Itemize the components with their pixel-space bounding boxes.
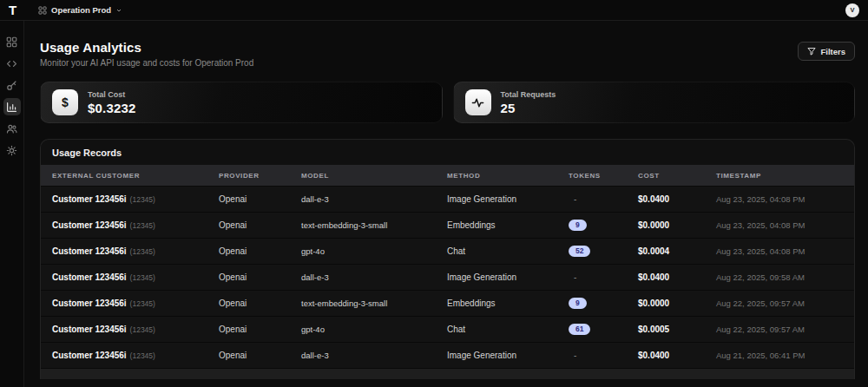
usage-records-panel: Usage Records External Customer Provider… — [40, 139, 855, 379]
page-subtitle: Monitor your AI API usage and costs for … — [40, 58, 253, 68]
total-requests-card: Total Requests 25 — [453, 82, 856, 123]
table-body: Customer 123456i(12345) Openai dall-e-3 … — [41, 186, 854, 368]
code-icon — [6, 58, 17, 69]
app-logo: T — [9, 3, 26, 16]
provider-cell: Openai — [219, 246, 301, 256]
chevron-down-icon — [115, 7, 122, 14]
method-cell: Image Generation — [447, 194, 569, 204]
customer-cell: Customer 123456i(12345) — [52, 272, 219, 282]
tokens-cell: - — [569, 272, 638, 282]
method-cell: Chat — [447, 246, 569, 256]
page-header: Usage Analytics Monitor your AI API usag… — [40, 40, 855, 68]
model-cell: dall-e-3 — [301, 272, 447, 282]
cost-cell: $0.0004 — [638, 246, 716, 256]
org-grid-icon — [38, 6, 47, 15]
stat-label: Total Requests — [501, 90, 556, 99]
provider-cell: Openai — [219, 325, 301, 334]
table-row[interactable]: Customer 123456i(12345) Openai dall-e-3 … — [41, 264, 854, 290]
topbar: T Operation Prod V — [0, 0, 868, 21]
table-header-row: External Customer Provider Model Method … — [41, 165, 854, 186]
dollar-icon: $ — [52, 89, 78, 115]
bar-chart-icon — [6, 102, 17, 113]
model-cell: gpt-4o — [301, 246, 447, 256]
table-row[interactable]: Customer 123456i(12345) Openai gpt-4o Ch… — [41, 316, 854, 342]
tokens-badge: 61 — [569, 324, 590, 336]
cost-cell: $0.0400 — [638, 351, 716, 360]
activity-icon — [465, 89, 491, 115]
provider-cell: Openai — [219, 298, 301, 308]
customer-cell: Customer 123456i(12345) — [52, 325, 219, 334]
sidebar — [0, 21, 24, 387]
timestamp-cell: Aug 22, 2025, 09:57 AM — [716, 325, 843, 334]
key-icon — [6, 80, 17, 91]
cost-cell: $0.0400 — [638, 194, 716, 204]
table-row[interactable]: Customer 123456i(12345) Openai dall-e-3 … — [41, 186, 854, 212]
model-cell: gpt-4o — [301, 325, 447, 334]
method-cell: Chat — [447, 325, 569, 334]
tokens-badge: 9 — [569, 298, 587, 310]
sidebar-item-analytics[interactable] — [3, 98, 21, 115]
tokens-badge: 9 — [569, 220, 587, 232]
method-cell: Embeddings — [447, 298, 569, 308]
filters-button[interactable]: Filters — [798, 42, 855, 61]
table-row[interactable]: Customer 123456i(12345) Openai dall-e-3 … — [41, 342, 854, 368]
timestamp-cell: Aug 22, 2025, 09:57 AM — [716, 298, 843, 308]
tokens-cell: - — [569, 194, 638, 204]
cost-cell: $0.0000 — [638, 298, 716, 308]
stat-label: Total Cost — [88, 90, 136, 99]
panel-title: Usage Records — [41, 140, 854, 165]
col-provider: Provider — [219, 172, 301, 180]
stat-cards: $ Total Cost $0.3232 Total Requests 25 — [40, 82, 855, 123]
tokens-cell: 9 — [569, 298, 638, 310]
user-avatar[interactable]: V — [845, 3, 859, 17]
customer-cell: Customer 123456i(12345) — [52, 220, 219, 230]
main-content: Usage Analytics Monitor your AI API usag… — [24, 21, 868, 387]
stat-value: 25 — [501, 101, 556, 115]
cost-cell: $0.0005 — [638, 325, 716, 334]
customer-cell: Customer 123456i(12345) — [52, 298, 219, 308]
customer-cell: Customer 123456i(12345) — [52, 194, 219, 204]
model-cell: dall-e-3 — [301, 351, 447, 360]
filters-label: Filters — [820, 47, 845, 56]
method-cell: Embeddings — [447, 220, 569, 230]
cost-cell: $0.0000 — [638, 220, 716, 230]
tokens-cell: 9 — [569, 220, 638, 232]
sidebar-item-dashboard[interactable] — [3, 33, 21, 50]
customer-cell: Customer 123456i(12345) — [52, 246, 219, 256]
table-row[interactable]: Customer 123456i(12345) Openai text-embe… — [41, 212, 854, 238]
col-tokens: Tokens — [569, 172, 638, 180]
table-row-partial — [41, 368, 854, 379]
sidebar-item-code[interactable] — [3, 55, 21, 72]
tokens-cell: - — [569, 351, 638, 360]
org-name: Operation Prod — [51, 5, 111, 15]
total-cost-card: $ Total Cost $0.3232 — [40, 82, 443, 123]
col-cost: Cost — [638, 172, 716, 180]
provider-cell: Openai — [219, 194, 301, 204]
page-title: Usage Analytics — [40, 40, 253, 55]
model-cell: text-embedding-3-small — [301, 220, 447, 230]
table-row[interactable]: Customer 123456i(12345) Openai gpt-4o Ch… — [41, 238, 854, 264]
org-switcher[interactable]: Operation Prod — [38, 5, 122, 15]
customer-cell: Customer 123456i(12345) — [52, 351, 219, 360]
dashboard-grid-icon — [6, 36, 17, 48]
col-model: Model — [301, 172, 447, 180]
timestamp-cell: Aug 23, 2025, 04:08 PM — [716, 194, 843, 204]
method-cell: Image Generation — [447, 351, 569, 360]
sidebar-item-users[interactable] — [3, 120, 21, 137]
col-external-customer: External Customer — [52, 172, 219, 180]
provider-cell: Openai — [219, 272, 301, 282]
method-cell: Image Generation — [447, 272, 569, 282]
timestamp-cell: Aug 21, 2025, 06:41 PM — [716, 351, 843, 360]
table-row[interactable]: Customer 123456i(12345) Openai text-embe… — [41, 290, 854, 316]
gear-icon — [6, 145, 17, 156]
timestamp-cell: Aug 23, 2025, 04:08 PM — [716, 220, 843, 230]
tokens-badge: 52 — [569, 246, 590, 258]
cost-cell: $0.0400 — [638, 272, 716, 282]
col-timestamp: Timestamp — [716, 172, 843, 180]
sidebar-item-api-keys[interactable] — [3, 76, 21, 94]
sidebar-item-settings[interactable] — [3, 141, 21, 159]
timestamp-cell: Aug 22, 2025, 09:58 AM — [716, 272, 843, 282]
stat-value: $0.3232 — [88, 101, 136, 115]
model-cell: dall-e-3 — [301, 194, 447, 204]
provider-cell: Openai — [219, 351, 301, 360]
